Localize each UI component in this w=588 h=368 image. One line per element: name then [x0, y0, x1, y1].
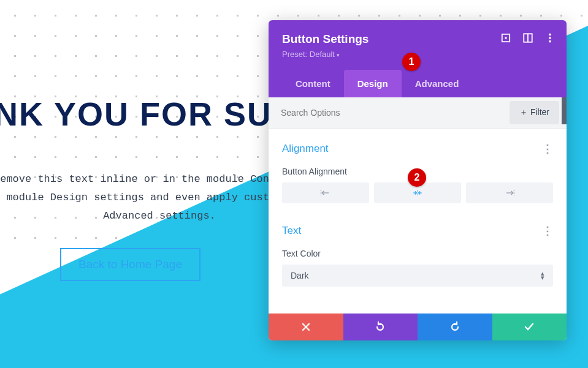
svg-point-6 — [549, 40, 551, 43]
dropdown-arrows-icon: ▴▾ — [541, 271, 544, 279]
redo-button[interactable] — [418, 314, 492, 340]
back-home-button[interactable]: Back to Home Page — [60, 248, 200, 281]
section-text-title: Text — [282, 225, 301, 237]
filter-label: Filter — [530, 107, 549, 117]
save-button[interactable] — [492, 314, 567, 340]
header-icon-row — [500, 32, 556, 43]
section-text-header[interactable]: Text ⋮ — [282, 224, 553, 238]
annotation-badge-1: 1 — [402, 53, 421, 71]
undo-button[interactable] — [343, 314, 418, 340]
annotation-badge-2: 2 — [408, 168, 426, 187]
layout-icon[interactable] — [522, 32, 533, 43]
tab-advanced[interactable]: Advanced — [402, 70, 473, 97]
section-text-menu-icon[interactable]: ⋮ — [542, 224, 553, 238]
section-alignment-header[interactable]: Alignment ⋮ — [282, 142, 553, 156]
settings-tabs: Content Design Advanced — [282, 70, 553, 97]
search-input[interactable] — [269, 99, 510, 126]
section-alignment-menu-icon[interactable]: ⋮ — [542, 142, 553, 156]
panel-actions — [269, 314, 567, 340]
text-color-value: Dark — [291, 271, 309, 280]
more-icon[interactable] — [544, 32, 556, 43]
cancel-button[interactable] — [269, 314, 343, 340]
align-right-option[interactable] — [466, 182, 553, 203]
svg-point-1 — [505, 37, 506, 39]
text-color-label: Text Color — [282, 249, 553, 258]
scrollbar-thumb[interactable] — [562, 97, 567, 124]
svg-point-4 — [549, 34, 551, 36]
search-row: ＋ Filter — [269, 97, 567, 129]
tab-design[interactable]: Design — [344, 70, 402, 97]
responsive-icon[interactable] — [500, 32, 511, 43]
tab-content[interactable]: Content — [282, 70, 344, 97]
text-color-dropdown[interactable]: Dark ▴▾ — [282, 265, 553, 287]
align-left-option[interactable] — [282, 182, 369, 203]
filter-button[interactable]: ＋ Filter — [510, 101, 559, 124]
svg-point-5 — [549, 37, 551, 39]
section-alignment-title: Alignment — [282, 143, 329, 155]
panel-body: Alignment ⋮ Button Alignment Text ⋮ Text… — [269, 129, 567, 314]
